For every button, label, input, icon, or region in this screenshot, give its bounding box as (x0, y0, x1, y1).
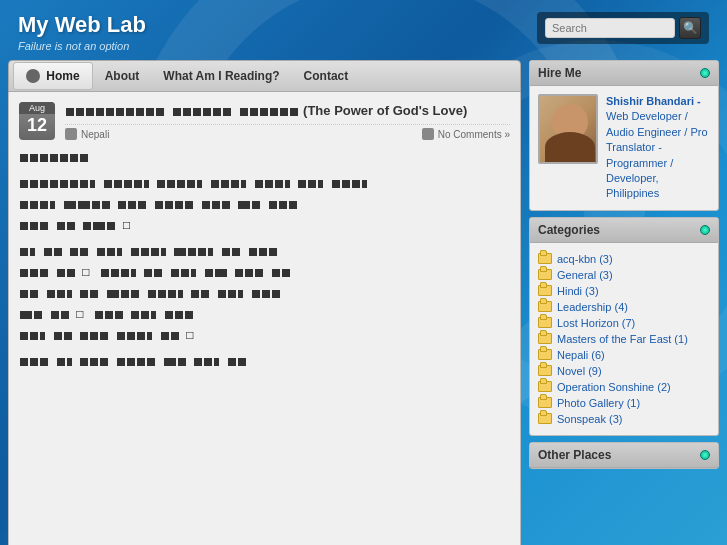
category-label: Masters of the Far East (1) (557, 333, 688, 345)
avatar (538, 94, 598, 164)
other-places-title: Other Places (530, 443, 718, 468)
search-button[interactable]: 🔍 (679, 17, 701, 39)
category-item[interactable]: Hindi (3) (538, 283, 710, 299)
layout: Home About What Am I Reading? Contact Au… (0, 60, 727, 545)
category-item[interactable]: Novel (9) (538, 363, 710, 379)
categories-widget: Categories acq-kbn (3)General (3)Hindi (… (529, 217, 719, 436)
post-body-1: □ (19, 174, 510, 234)
post-header: Aug 12 (The Power of God's Love) (19, 102, 510, 140)
category-label: Operation Sonshine (2) (557, 381, 671, 393)
post-title-area: (The Power of God's Love) Nepali No Comm… (65, 102, 510, 140)
nav: Home About What Am I Reading? Contact (8, 60, 521, 92)
nav-item-contact[interactable]: Contact (292, 63, 361, 89)
comments-icon (422, 128, 434, 140)
folder-icon (538, 253, 552, 264)
category-item[interactable]: Sonspeak (3) (538, 411, 710, 427)
category-item[interactable]: General (3) (538, 267, 710, 283)
search-input[interactable] (545, 18, 675, 38)
category-item[interactable]: Masters of the Far East (1) (538, 331, 710, 347)
category-label: Photo Gallery (1) (557, 397, 640, 409)
folder-icon (538, 413, 552, 424)
post-intro-line (19, 148, 510, 166)
page-header: My Web Lab Failure is not an option 🔍 (0, 0, 727, 60)
site-title: My Web Lab (18, 12, 146, 38)
folder-icon (538, 301, 552, 312)
site-tagline: Failure is not an option (18, 40, 146, 52)
search-area: 🔍 (537, 12, 709, 44)
folder-icon (538, 317, 552, 328)
post-intro (19, 148, 510, 166)
categories-content: acq-kbn (3)General (3)Hindi (3)Leadershi… (530, 243, 718, 435)
folder-icon (538, 365, 552, 376)
post-title: (The Power of God's Love) (65, 102, 510, 120)
post-comments-label: No Comments » (438, 129, 510, 140)
other-places-status-dot (700, 450, 710, 460)
other-places-widget: Other Places (529, 442, 719, 469)
content-area: Aug 12 (The Power of God's Love) (8, 92, 521, 545)
category-label: acq-kbn (3) (557, 253, 613, 265)
home-icon (26, 69, 40, 83)
post-meta: Nepali No Comments » (65, 124, 510, 140)
post-meta-comments: No Comments » (422, 128, 510, 140)
hire-me-title: Hire Me (530, 61, 718, 86)
nav-item-home[interactable]: Home (13, 62, 93, 91)
category-label: Lost Horizon (7) (557, 317, 635, 329)
categories-status-dot (700, 225, 710, 235)
hire-me-widget: Hire Me Shishir Bhandari - Web Developer… (529, 60, 719, 211)
sidebar: Hire Me Shishir Bhandari - Web Developer… (529, 60, 719, 545)
hire-me-status-dot (700, 68, 710, 78)
post-category-label: Nepali (81, 129, 109, 140)
category-item[interactable]: acq-kbn (3) (538, 251, 710, 267)
hire-me-title-label: Hire Me (538, 66, 581, 80)
folder-icon (538, 269, 552, 280)
folder-icon (538, 349, 552, 360)
category-icon (65, 128, 77, 140)
folder-icon (538, 381, 552, 392)
site-branding: My Web Lab Failure is not an option (18, 12, 146, 52)
category-item[interactable]: Leadership (4) (538, 299, 710, 315)
main-panel: Home About What Am I Reading? Contact Au… (8, 60, 521, 545)
categories-title-label: Categories (538, 223, 600, 237)
nav-item-about[interactable]: About (93, 63, 152, 89)
post-date-day: 12 (27, 115, 47, 135)
category-label: Novel (9) (557, 365, 602, 377)
hire-me-name: Shishir Bhandari - (606, 95, 701, 107)
category-item[interactable]: Photo Gallery (1) (538, 395, 710, 411)
folder-icon (538, 333, 552, 344)
hire-me-description: Web Developer / Audio Engineer / Pro Tra… (606, 110, 708, 199)
category-label: Sonspeak (3) (557, 413, 622, 425)
post-title-suffix: (The Power of God's Love) (303, 103, 467, 118)
category-label: Leadership (4) (557, 301, 628, 313)
other-places-title-label: Other Places (538, 448, 611, 462)
folder-icon (538, 285, 552, 296)
category-item[interactable]: Nepali (6) (538, 347, 710, 363)
category-label: Hindi (3) (557, 285, 599, 297)
hire-me-text: Shishir Bhandari - Web Developer / Audio… (606, 94, 710, 202)
post-date: Aug 12 (19, 102, 55, 140)
post-title-blocks (65, 103, 303, 118)
category-item[interactable]: Operation Sonshine (2) (538, 379, 710, 395)
post-body-3 (19, 352, 510, 370)
post-body-2: □ (19, 242, 510, 344)
post-date-month: Aug (19, 102, 55, 114)
category-item[interactable]: Lost Horizon (7) (538, 315, 710, 331)
category-label: General (3) (557, 269, 613, 281)
category-label: Nepali (6) (557, 349, 605, 361)
hire-me-content: Shishir Bhandari - Web Developer / Audio… (530, 86, 718, 210)
post-meta-category: Nepali (65, 128, 109, 140)
nav-item-reading[interactable]: What Am I Reading? (151, 63, 291, 89)
folder-icon (538, 397, 552, 408)
categories-title: Categories (530, 218, 718, 243)
